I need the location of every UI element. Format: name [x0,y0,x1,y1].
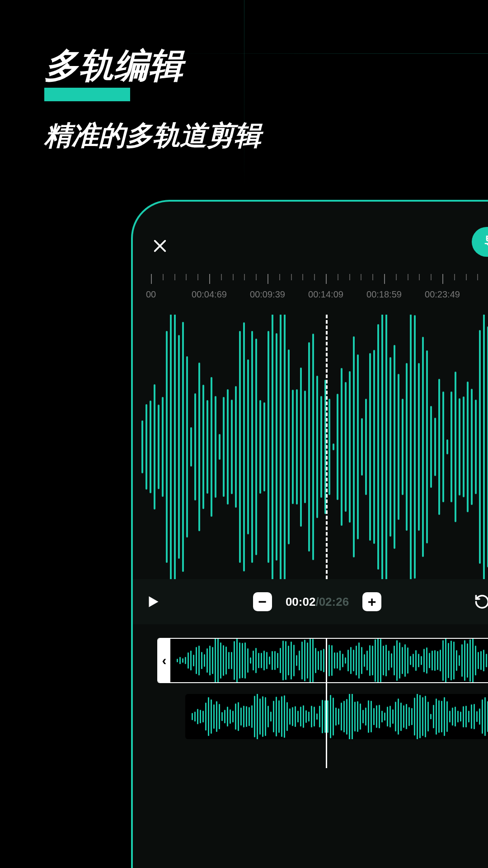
ruler-label: 00:09:39 [250,289,285,300]
ruler-label: 00:18:59 [366,289,402,300]
zoom-in-button[interactable]: + [362,592,381,611]
time-total: 02:26 [319,595,349,609]
minus-icon: − [258,594,267,609]
reset-button[interactable] [471,590,488,613]
export-label: 导 [484,233,488,250]
ruler-label: 00:04:69 [192,289,227,300]
track-playhead[interactable] [326,638,327,768]
device-frame: 导 0000:04:6900:09:3900:14:0900:18:5900:2… [131,200,488,868]
track-waveform [185,694,488,739]
playback-controls: − 00:02 / 02:26 + [133,579,488,624]
waveform-bars [133,315,488,579]
chevron-left-icon: ‹ [162,653,167,668]
clip-handle-left[interactable]: ‹ [158,639,170,682]
close-icon [152,238,168,254]
ruler-label: 00:14:09 [308,289,343,300]
hero-subtitle: 精准的多轨道剪辑 [44,118,261,154]
hero-title: 多轨编辑 [44,43,261,90]
ruler-ticks [151,274,488,285]
track-clip-2[interactable] [185,694,488,739]
timeline-ruler[interactable]: 0000:04:6900:09:3900:14:0900:18:5900:23:… [133,274,488,310]
playhead-indicator[interactable] [326,315,328,579]
ruler-label: 00:23:49 [425,289,460,300]
export-button[interactable]: 导 [472,227,488,257]
tracks-panel: ‹ [133,638,488,768]
close-button[interactable] [151,237,169,255]
time-separator: / [315,595,319,609]
reset-icon [474,594,488,610]
track-waveform [170,639,488,682]
play-button[interactable] [141,590,164,613]
editor-header: 导 [133,202,488,265]
time-current: 00:02 [286,595,316,609]
time-display: 00:02 / 02:26 [279,595,355,609]
main-waveform[interactable] [133,315,488,579]
plus-icon: + [368,594,376,609]
play-icon [144,594,160,610]
ruler-label: 00 [146,289,156,300]
hero-section: 多轨编辑 精准的多轨道剪辑 [44,43,261,154]
track-clip-1[interactable]: ‹ [157,638,488,683]
zoom-out-button[interactable]: − [253,592,272,611]
